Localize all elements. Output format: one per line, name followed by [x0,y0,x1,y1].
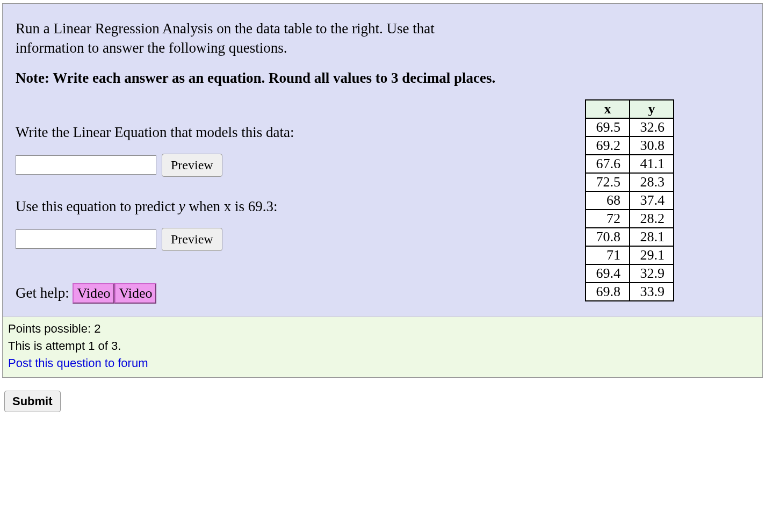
table-cell-y: 30.8 [630,136,674,155]
table-cell-x: 67.6 [586,155,630,173]
help-row: Get help: VideoVideo [16,283,564,304]
table-cell-x: 69.8 [586,283,630,301]
table-row: 70.828.1 [586,228,674,246]
help-label: Get help: [16,285,69,301]
table-cell-x: 68 [586,191,630,210]
table-cell-x: 69.2 [586,136,630,155]
prompt-linear-equation: Write the Linear Equation that models th… [16,124,564,141]
table-cell-y: 41.1 [630,155,674,173]
table-cell-y: 37.4 [630,191,674,210]
video-button-2[interactable]: Video [114,283,156,304]
preview-button-2[interactable]: Preview [162,228,222,251]
table-row: 69.432.9 [586,264,674,283]
table-cell-x: 70.8 [586,228,630,246]
question-body: Run a Linear Regression Analysis on the … [3,4,762,317]
table-cell-x: 72.5 [586,173,630,191]
table-cell-y: 29.1 [630,246,674,264]
prediction-input[interactable] [16,229,156,249]
table-row: 69.230.8 [586,136,674,155]
table-cell-x: 69.5 [586,118,630,136]
table-cell-y: 28.2 [630,210,674,228]
table-cell-y: 33.9 [630,283,674,301]
table-cell-x: 69.4 [586,264,630,283]
video-button-1[interactable]: Video [73,283,114,304]
prompt2-y-variable: y [179,198,185,214]
preview-button-1[interactable]: Preview [162,154,222,177]
question-container: Run a Linear Regression Analysis on the … [2,3,763,378]
page-root: Run a Linear Regression Analysis on the … [0,3,765,532]
table-row: 72.528.3 [586,173,674,191]
table-cell-x: 71 [586,246,630,264]
answer-row-2: Preview [16,228,564,251]
footer-bar: Points possible: 2 This is attempt 1 of … [3,317,762,377]
data-table: x y 69.532.6 69.230.8 67.641.1 72.528.3 … [585,99,674,301]
table-row: 7129.1 [586,246,674,264]
table-cell-y: 28.1 [630,228,674,246]
content-row: Write the Linear Equation that models th… [16,99,749,304]
table-header-row: x y [586,100,674,118]
table-row: 69.532.6 [586,118,674,136]
points-possible: Points possible: 2 [8,320,757,337]
intro-text: Run a Linear Regression Analysis on the … [16,19,488,58]
equation-input[interactable] [16,155,156,175]
table-row: 69.833.9 [586,283,674,301]
table-cell-y: 32.9 [630,264,674,283]
attempt-info: This is attempt 1 of 3. [8,337,757,355]
table-row: 67.641.1 [586,155,674,173]
table-row: 7228.2 [586,210,674,228]
table-row: 6837.4 [586,191,674,210]
submit-button[interactable]: Submit [4,391,61,412]
table-cell-y: 28.3 [630,173,674,191]
table-cell-x: 72 [586,210,630,228]
prompt-predict-y: Use this equation to predict y when x is… [16,198,564,215]
submit-area: Submit [0,378,765,412]
prompt2-suffix: when x is 69.3: [185,198,278,214]
note-text: Note: Write each answer as an equation. … [16,70,749,87]
prompt2-prefix: Use this equation to predict [16,198,179,214]
post-to-forum-link[interactable]: Post this question to forum [8,355,757,372]
table-header-x: x [586,100,630,118]
answer-row-1: Preview [16,154,564,177]
table-header-y: y [630,100,674,118]
questions-column: Write the Linear Equation that models th… [16,99,564,304]
table-cell-y: 32.6 [630,118,674,136]
